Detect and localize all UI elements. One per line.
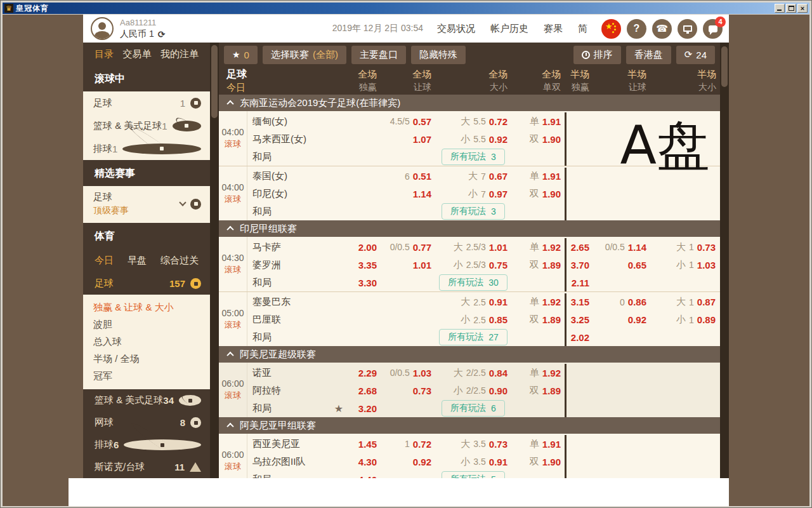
odds-full-win[interactable]: 3.20 xyxy=(352,399,381,417)
odds-full-win[interactable] xyxy=(352,112,381,130)
sort-button[interactable]: 排序 xyxy=(573,46,621,64)
odds-full-overunder[interactable]: 大2.50.91 xyxy=(435,293,511,311)
odds-half-overunder[interactable] xyxy=(650,185,719,203)
odds-half-win[interactable] xyxy=(566,453,593,471)
odds-full-win[interactable]: 2.68 xyxy=(352,382,381,399)
submenu-half-full[interactable]: 半场 / 全场 xyxy=(83,350,210,367)
odds-full-win[interactable]: 2.29 xyxy=(352,364,381,382)
odds-full-handicap[interactable]: 4.5/50.57 xyxy=(381,112,435,130)
odds-full-oddeven[interactable]: 单1.92 xyxy=(511,238,565,256)
odds-full-handicap[interactable]: 1.14 xyxy=(381,185,435,203)
odds-full-oddeven[interactable]: 双1.90 xyxy=(511,185,565,203)
odds-full-overunder[interactable]: 小5.50.92 xyxy=(435,130,511,148)
odds-half-overunder[interactable]: 大10.73 xyxy=(650,238,719,256)
main-markets-button[interactable]: 主要盘口 xyxy=(351,46,406,64)
sidebar-item-volleyball[interactable]: 排球 6 xyxy=(83,434,210,456)
odds-full-handicap[interactable]: 60.51 xyxy=(381,168,435,185)
odds-full-overunder[interactable]: 大70.67 xyxy=(435,168,511,185)
all-bets-button[interactable]: 所有玩法30 xyxy=(439,274,508,291)
odds-half-handicap[interactable] xyxy=(593,185,650,203)
odds-full-overunder[interactable]: 大5.50.72 xyxy=(435,112,511,130)
odds-half-overunder[interactable] xyxy=(650,328,719,346)
odds-full-win[interactable] xyxy=(352,203,381,220)
odds-half-overunder[interactable]: 小11.03 xyxy=(650,256,719,274)
maximize-button[interactable] xyxy=(786,4,796,13)
avatar[interactable] xyxy=(91,17,114,40)
odds-full-win[interactable] xyxy=(352,328,381,346)
odds-full-oddeven[interactable]: 双1.89 xyxy=(511,256,565,274)
menu-account-history[interactable]: 帐户历史 xyxy=(490,23,528,35)
odds-type-button[interactable]: 香港盘 xyxy=(626,46,671,64)
odds-half-win[interactable]: 3.25 xyxy=(566,311,593,329)
odds-half-handicap[interactable] xyxy=(593,203,650,220)
odds-full-overunder[interactable]: 小2.5/30.75 xyxy=(435,256,511,274)
sidebar-item-soccer[interactable]: 足球 157 xyxy=(83,273,210,295)
odds-half-win[interactable]: 2.65 xyxy=(566,238,593,256)
odds-half-handicap[interactable] xyxy=(593,274,650,291)
odds-full-overunder[interactable]: 大3.50.73 xyxy=(435,435,511,453)
odds-half-overunder[interactable] xyxy=(650,435,719,453)
sports-tab-early[interactable]: 早盘 xyxy=(128,255,147,267)
odds-full-overunder[interactable]: 小2.50.85 xyxy=(435,311,511,329)
odds-full-oddeven[interactable]: 双1.90 xyxy=(511,130,565,148)
sidebar-item-snooker[interactable]: 斯诺克/台球 11 xyxy=(83,456,210,478)
odds-half-overunder[interactable]: 大10.87 xyxy=(650,293,719,311)
odds-half-handicap[interactable]: 0.92 xyxy=(593,311,650,329)
menu-trade-status[interactable]: 交易状况 xyxy=(437,23,475,35)
close-button[interactable]: × xyxy=(797,4,808,13)
phone-icon[interactable]: ☎ xyxy=(652,19,672,39)
odds-full-oddeven[interactable]: 双1.89 xyxy=(511,311,565,329)
odds-half-handicap[interactable]: 0/0.51.14 xyxy=(593,238,650,256)
odds-full-oddeven[interactable]: 单1.91 xyxy=(511,112,565,130)
league-header[interactable]: 阿美尼亚超级联赛 xyxy=(219,346,720,363)
odds-full-overunder[interactable]: 小3.50.91 xyxy=(435,453,511,471)
odds-half-win[interactable] xyxy=(566,130,593,148)
odds-full-win[interactable]: 4.30 xyxy=(352,453,381,471)
odds-full-win[interactable]: 3.30 xyxy=(352,274,381,291)
odds-full-oddeven[interactable]: 单1.91 xyxy=(511,435,565,453)
odds-half-win[interactable] xyxy=(566,364,593,382)
odds-full-handicap[interactable]: 0.92 xyxy=(381,453,435,471)
odds-full-win[interactable]: 4.40 xyxy=(352,471,381,478)
sidebar-scrollbar-thumb[interactable] xyxy=(211,45,218,118)
odds-full-win[interactable] xyxy=(352,148,381,166)
odds-full-handicap[interactable]: 1.07 xyxy=(381,130,435,148)
sports-tab-today[interactable]: 今日 xyxy=(95,255,114,267)
odds-half-win[interactable]: 3.15 xyxy=(566,293,593,311)
odds-half-win[interactable] xyxy=(566,435,593,453)
odds-half-win[interactable]: 2.11 xyxy=(566,274,593,291)
odds-full-overunder[interactable]: 小2/2.50.90 xyxy=(435,382,511,399)
odds-half-handicap[interactable] xyxy=(593,435,650,453)
odds-full-oddeven[interactable]: 双1.89 xyxy=(511,382,565,399)
odds-full-overunder[interactable]: 大2/2.50.84 xyxy=(435,364,511,382)
odds-full-win[interactable] xyxy=(352,293,381,311)
odds-half-overunder[interactable] xyxy=(650,382,719,399)
sidebar-item-live-volleyball[interactable]: 排球 1 xyxy=(83,137,210,160)
odds-half-win[interactable] xyxy=(566,168,593,185)
odds-full-oddeven[interactable]: 单1.92 xyxy=(511,364,565,382)
odds-full-win[interactable]: 3.35 xyxy=(352,256,381,274)
league-header[interactable]: 印尼甲组联赛 xyxy=(219,220,720,237)
odds-half-handicap[interactable] xyxy=(593,382,650,399)
odds-full-handicap[interactable]: 10.72 xyxy=(381,435,435,453)
help-icon[interactable]: ? xyxy=(627,19,646,39)
odds-full-handicap[interactable]: 1.01 xyxy=(381,256,435,274)
odds-full-win[interactable]: 1.45 xyxy=(352,435,381,453)
odds-half-win[interactable]: 3.70 xyxy=(566,256,593,274)
odds-full-overunder[interactable]: 小70.97 xyxy=(435,185,511,203)
submenu-win-handicap-ou[interactable]: 独赢 & 让球 & 大小 xyxy=(83,298,210,316)
odds-half-handicap[interactable]: 0.65 xyxy=(593,256,650,274)
submenu-total-goals[interactable]: 总入球 xyxy=(83,333,210,350)
all-bets-button[interactable]: 所有玩法3 xyxy=(442,149,505,165)
odds-full-handicap[interactable]: 0/0.51.03 xyxy=(381,364,435,382)
odds-full-win[interactable] xyxy=(352,311,381,329)
monitor-icon[interactable] xyxy=(678,19,697,39)
hide-special-button[interactable]: 隐藏特殊 xyxy=(411,46,466,64)
odds-half-overunder[interactable] xyxy=(650,274,719,291)
submenu-outright[interactable]: 冠军 xyxy=(83,367,210,384)
odds-full-handicap[interactable] xyxy=(381,311,435,329)
odds-full-overunder[interactable]: 大2.5/31.01 xyxy=(435,238,511,256)
all-bets-button[interactable]: 所有玩法27 xyxy=(439,329,508,345)
league-header[interactable]: 东南亚运动会2019女子足球(在菲律宾) xyxy=(219,95,720,111)
sports-tab-parlay[interactable]: 综合过关 xyxy=(160,255,199,267)
